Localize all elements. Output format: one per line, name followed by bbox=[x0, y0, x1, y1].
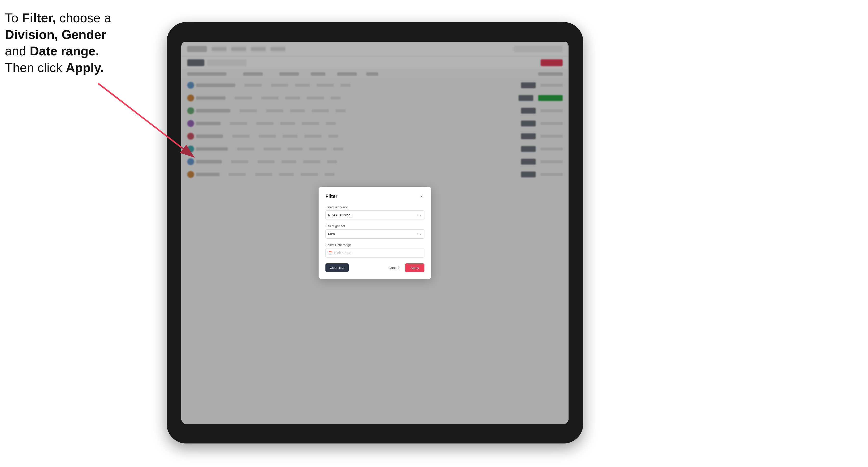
calendar-icon: 📅 bbox=[328, 251, 332, 255]
date-placeholder: Pick a date bbox=[334, 251, 351, 255]
modal-close-button[interactable]: × bbox=[418, 193, 425, 199]
division-gender-bold: Division, Gender bbox=[5, 27, 106, 42]
filter-bold: Filter, bbox=[22, 11, 56, 25]
modal-actions: Clear filter Cancel Apply bbox=[326, 263, 425, 272]
division-select-controls: × ⌄ bbox=[416, 213, 422, 217]
division-label: Select a division bbox=[326, 205, 425, 209]
division-arrow-icon: ⌄ bbox=[420, 213, 422, 217]
modal-right-actions: Cancel Apply bbox=[385, 263, 425, 272]
apply-button[interactable]: Apply bbox=[405, 263, 425, 272]
instruction-line1: To Filter, choose a bbox=[5, 11, 111, 25]
division-value: NCAA Division I bbox=[328, 213, 352, 217]
division-select[interactable]: NCAA Division I × ⌄ bbox=[326, 211, 425, 220]
date-input[interactable]: 📅 Pick a date bbox=[326, 248, 425, 257]
gender-label: Select gender bbox=[326, 224, 425, 228]
tablet-device: Filter × Select a division NCAA Division… bbox=[167, 22, 583, 443]
modal-overlay: Filter × Select a division NCAA Division… bbox=[181, 42, 568, 424]
tablet-screen: Filter × Select a division NCAA Division… bbox=[181, 42, 568, 424]
gender-clear-icon[interactable]: × bbox=[416, 232, 418, 236]
gender-select-controls: × ⌄ bbox=[416, 232, 422, 236]
gender-arrow-icon: ⌄ bbox=[420, 232, 422, 236]
instruction-text: To Filter, choose a Division, Gender and… bbox=[5, 10, 147, 76]
filter-modal: Filter × Select a division NCAA Division… bbox=[318, 187, 431, 279]
date-form-group: Select Date range 📅 Pick a date bbox=[326, 243, 425, 257]
date-range-bold: Date range. bbox=[30, 44, 99, 58]
gender-form-group: Select gender Men × ⌄ bbox=[326, 224, 425, 239]
and-date-text: and Date range. bbox=[5, 44, 99, 58]
division-form-group: Select a division NCAA Division I × ⌄ bbox=[326, 205, 425, 220]
gender-select[interactable]: Men × ⌄ bbox=[326, 229, 425, 239]
then-click-text: Then click Apply. bbox=[5, 61, 104, 75]
cancel-button[interactable]: Cancel bbox=[385, 263, 402, 272]
modal-title: Filter bbox=[326, 193, 337, 199]
apply-bold: Apply. bbox=[66, 61, 104, 75]
modal-header: Filter × bbox=[326, 193, 425, 199]
clear-filter-button[interactable]: Clear filter bbox=[326, 263, 349, 272]
gender-value: Men bbox=[328, 232, 335, 236]
division-clear-icon[interactable]: × bbox=[416, 213, 418, 217]
date-label: Select Date range bbox=[326, 243, 425, 247]
